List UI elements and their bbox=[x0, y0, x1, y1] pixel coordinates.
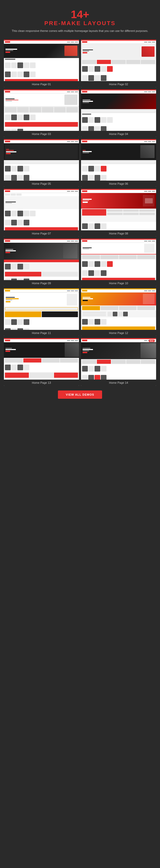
demo-label-2: Home Page 02 bbox=[81, 81, 156, 87]
demo-label-6: Home Page 06 bbox=[81, 181, 156, 187]
demo-label-10: Home Page 10 bbox=[81, 280, 156, 286]
demo-grid: Home Page 01 bbox=[4, 40, 156, 386]
screenshot-12 bbox=[81, 288, 156, 330]
screenshot-9 bbox=[4, 239, 79, 280]
screenshot-5 bbox=[4, 139, 79, 181]
screenshot-10 bbox=[81, 239, 156, 280]
demo-item-10[interactable]: Home Page 10 bbox=[81, 239, 156, 286]
view-all-demos-button[interactable]: VIEW ALL DEMOS bbox=[58, 391, 102, 399]
screenshot-13 bbox=[4, 338, 79, 380]
demo-label-13: Home Page 13 bbox=[4, 380, 79, 386]
section-title: PRE-MAKE LAYOUTS bbox=[4, 20, 156, 27]
section-subtitle: This clean responsive theme comes with m… bbox=[4, 29, 156, 33]
demo-item-8[interactable]: Home Page 08 bbox=[81, 189, 156, 237]
demo-label-4: Home Page 04 bbox=[81, 131, 156, 137]
demo-item-3[interactable]: Home Page 03 bbox=[4, 89, 79, 137]
demo-item-12[interactable]: Home Page 12 bbox=[81, 288, 156, 336]
screenshot-11 bbox=[4, 288, 79, 330]
demo-label-5: Home Page 05 bbox=[4, 181, 79, 187]
demo-label-11: Home Page 11 bbox=[4, 330, 79, 336]
demo-item-6[interactable]: Home Page 06 bbox=[81, 139, 156, 187]
demo-label-8: Home Page 08 bbox=[81, 230, 156, 237]
demo-item-14[interactable]: New bbox=[81, 338, 156, 386]
demo-label-12: Home Page 12 bbox=[81, 330, 156, 336]
page-container: 14+ PRE-MAKE LAYOUTS This clean responsi… bbox=[0, 0, 160, 408]
demo-label-9: Home Page 09 bbox=[4, 280, 79, 286]
page-header: 14+ PRE-MAKE LAYOUTS This clean responsi… bbox=[4, 5, 156, 38]
demo-item-5[interactable]: Home Page 05 bbox=[4, 139, 79, 187]
demo-label-7: Home Page 07 bbox=[4, 230, 79, 237]
demo-label-1: Home Page 01 bbox=[4, 81, 79, 87]
screenshot-6 bbox=[81, 139, 156, 181]
demo-item-2[interactable]: Home Page 02 bbox=[81, 40, 156, 87]
new-badge: New bbox=[149, 340, 155, 342]
demo-label-3: Home Page 03 bbox=[4, 131, 79, 137]
demo-label-14: Home Page 14 bbox=[81, 380, 156, 386]
demo-item-11[interactable]: Home Page 11 bbox=[4, 288, 79, 336]
screenshot-2 bbox=[81, 40, 156, 81]
demo-item-9[interactable]: Home Page 09 bbox=[4, 239, 79, 286]
screenshot-8 bbox=[81, 189, 156, 230]
screenshot-4 bbox=[81, 89, 156, 131]
demo-item-13[interactable]: Home Page 13 bbox=[4, 338, 79, 386]
screenshot-7 bbox=[4, 189, 79, 230]
demo-item-1[interactable]: Home Page 01 bbox=[4, 40, 79, 87]
layout-count: 14+ bbox=[4, 9, 156, 20]
screenshot-1 bbox=[4, 40, 79, 81]
screenshot-3 bbox=[4, 89, 79, 131]
screenshot-14: New bbox=[81, 338, 156, 380]
demo-item-7[interactable]: Home Page 07 bbox=[4, 189, 79, 237]
demo-item-4[interactable]: Home Page 04 bbox=[81, 89, 156, 137]
